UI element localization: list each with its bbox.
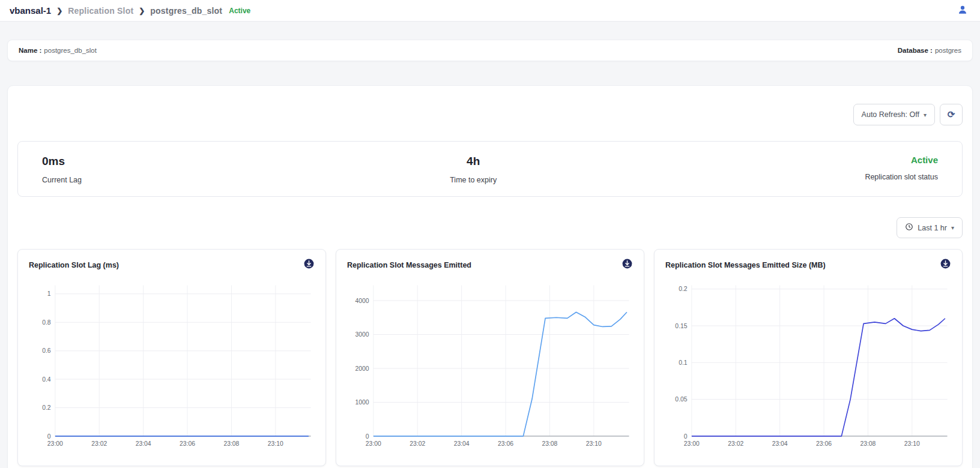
svg-text:23:06: 23:06 [498,440,513,447]
breadcrumb: vbansal-1 ❯ Replication Slot ❯ postgres_… [10,5,250,16]
metric-circle-icon[interactable] [940,258,951,272]
top-bar: vbansal-1 ❯ Replication Slot ❯ postgres_… [0,0,980,22]
refresh-button[interactable]: ⟳ [940,104,963,125]
time-range-label: Last 1 hr [918,224,947,232]
stat-time-to-expiry: 4h Time to expiry [450,155,497,184]
stat-slot-status: Active Replication slot status [865,155,938,184]
time-range-row: Last 1 hr ▾ [17,217,963,238]
svg-text:23:04: 23:04 [454,440,470,447]
metrics-panel: Auto Refresh: Off ▾ ⟳ 0ms Current Lag 4h… [7,85,973,468]
svg-text:0.05: 0.05 [675,396,687,403]
svg-text:23:08: 23:08 [860,440,876,447]
clock-icon [905,223,913,233]
svg-text:23:08: 23:08 [223,440,239,447]
stat-value: 0ms [42,155,82,168]
auto-refresh-label: Auto Refresh: Off [862,110,919,119]
chart-card-messages: Replication Slot Messages Emitted 23:002… [336,249,644,466]
slot-name-value: postgres_db_slot [44,47,97,54]
svg-text:0: 0 [47,433,51,440]
time-range-dropdown[interactable]: Last 1 hr ▾ [897,217,963,238]
svg-text:23:10: 23:10 [904,440,920,447]
svg-text:23:10: 23:10 [268,440,283,447]
svg-text:23:04: 23:04 [136,440,151,447]
svg-text:0.2: 0.2 [42,404,51,411]
svg-text:0.6: 0.6 [42,347,51,354]
stat-current-lag: 0ms Current Lag [42,155,82,184]
chart-card-lag: Replication Slot Lag (ms) 23:0023:0223:0… [17,249,326,466]
svg-text:23:08: 23:08 [542,440,557,447]
chart-title: Replication Slot Lag (ms) [29,261,119,269]
svg-text:1000: 1000 [355,399,369,406]
slot-database-value: postgres [935,47,961,54]
svg-text:0.4: 0.4 [42,376,51,383]
svg-text:1: 1 [47,290,51,297]
summary-stats: 0ms Current Lag 4h Time to expiry Active… [17,141,963,197]
refresh-icon: ⟳ [948,109,955,120]
svg-text:23:02: 23:02 [728,440,743,447]
svg-text:23:04: 23:04 [772,440,788,447]
status-badge: Active [229,7,250,15]
chart-title: Replication Slot Messages Emitted Size (… [665,261,826,269]
svg-text:23:06: 23:06 [816,440,832,447]
svg-text:23:06: 23:06 [180,440,195,447]
messages-size-chart: 23:0023:0223:0423:0623:0823:1000.050.10.… [662,275,955,457]
svg-text:23:02: 23:02 [410,440,425,447]
svg-text:4000: 4000 [355,298,369,304]
chart-title: Replication Slot Messages Emitted [347,261,471,269]
slot-database: Database :postgres [898,47,961,54]
caret-down-icon: ▾ [951,224,954,231]
messages-emitted-chart: 23:0023:0223:0423:0623:0823:100100020003… [343,275,637,457]
stat-value: 4h [467,155,480,168]
stat-value: Active [911,155,938,165]
slot-info-bar: Name :postgres_db_slot Database :postgre… [7,40,973,61]
chevron-right-icon: ❯ [139,7,145,15]
svg-text:0: 0 [366,433,369,440]
svg-text:2000: 2000 [355,365,369,372]
svg-text:23:02: 23:02 [91,440,107,447]
slot-name: Name :postgres_db_slot [19,47,97,54]
stat-label: Current Lag [42,176,82,184]
metric-circle-icon[interactable] [622,258,633,272]
chart-card-size: Replication Slot Messages Emitted Size (… [654,249,963,466]
stat-label: Time to expiry [450,176,497,184]
lag-chart: 23:0023:0223:0423:0623:0823:1000.20.40.6… [25,275,318,457]
svg-text:3000: 3000 [355,331,369,338]
metric-circle-icon[interactable] [303,258,315,272]
user-menu-button[interactable] [955,3,970,19]
refresh-controls: Auto Refresh: Off ▾ ⟳ [17,104,963,125]
auto-refresh-dropdown[interactable]: Auto Refresh: Off ▾ [853,104,935,125]
svg-text:0: 0 [684,433,688,440]
svg-text:23:00: 23:00 [47,440,63,447]
svg-text:0.8: 0.8 [42,319,51,326]
svg-text:23:10: 23:10 [586,440,602,447]
svg-text:23:00: 23:00 [684,440,700,447]
charts-grid: Replication Slot Lag (ms) 23:0023:0223:0… [17,249,963,466]
caret-down-icon: ▾ [924,112,927,118]
breadcrumb-slot-name: postgres_db_slot [150,6,222,16]
slot-database-label: Database : [898,47,933,54]
slot-name-label: Name : [19,47,41,54]
breadcrumb-replication-slot[interactable]: Replication Slot [68,6,133,16]
svg-text:0.1: 0.1 [679,359,688,366]
chevron-right-icon: ❯ [56,7,62,15]
svg-text:0.15: 0.15 [675,323,687,329]
user-icon [957,4,968,17]
svg-text:23:00: 23:00 [366,440,381,447]
breadcrumb-universe[interactable]: vbansal-1 [10,5,51,16]
stat-label: Replication slot status [865,173,938,181]
svg-text:0.2: 0.2 [679,286,688,292]
